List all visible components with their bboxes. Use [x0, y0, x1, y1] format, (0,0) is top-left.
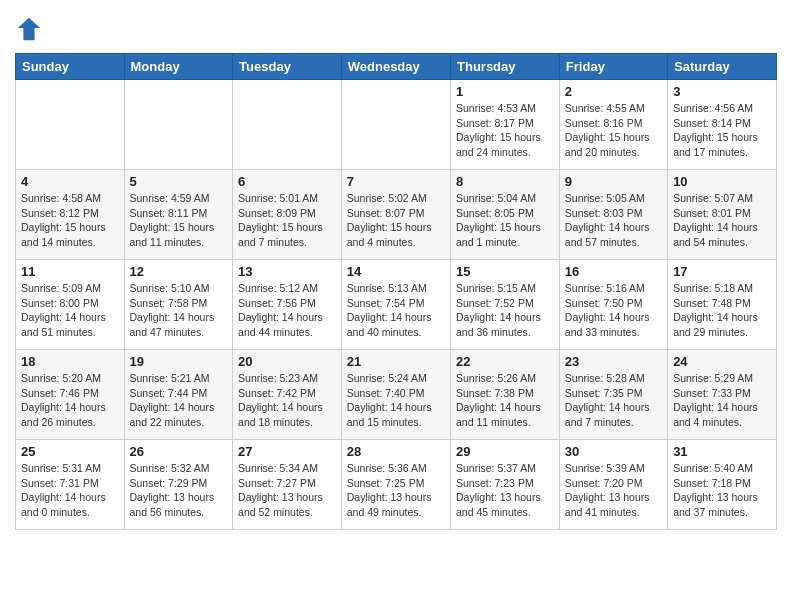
day-number: 19	[130, 354, 228, 369]
day-info: Sunrise: 5:05 AM Sunset: 8:03 PM Dayligh…	[565, 191, 662, 250]
calendar-cell: 30Sunrise: 5:39 AM Sunset: 7:20 PM Dayli…	[559, 440, 667, 530]
calendar-cell: 21Sunrise: 5:24 AM Sunset: 7:40 PM Dayli…	[341, 350, 450, 440]
day-number: 17	[673, 264, 771, 279]
header-tuesday: Tuesday	[233, 54, 342, 80]
calendar-cell: 24Sunrise: 5:29 AM Sunset: 7:33 PM Dayli…	[668, 350, 777, 440]
calendar-cell	[124, 80, 233, 170]
calendar-cell: 10Sunrise: 5:07 AM Sunset: 8:01 PM Dayli…	[668, 170, 777, 260]
day-info: Sunrise: 5:31 AM Sunset: 7:31 PM Dayligh…	[21, 461, 119, 520]
calendar: SundayMondayTuesdayWednesdayThursdayFrid…	[15, 53, 777, 530]
calendar-cell: 23Sunrise: 5:28 AM Sunset: 7:35 PM Dayli…	[559, 350, 667, 440]
day-number: 13	[238, 264, 336, 279]
day-number: 20	[238, 354, 336, 369]
day-number: 27	[238, 444, 336, 459]
day-number: 8	[456, 174, 554, 189]
day-info: Sunrise: 5:23 AM Sunset: 7:42 PM Dayligh…	[238, 371, 336, 430]
day-info: Sunrise: 5:21 AM Sunset: 7:44 PM Dayligh…	[130, 371, 228, 430]
day-number: 14	[347, 264, 445, 279]
day-number: 25	[21, 444, 119, 459]
day-info: Sunrise: 5:26 AM Sunset: 7:38 PM Dayligh…	[456, 371, 554, 430]
day-info: Sunrise: 4:56 AM Sunset: 8:14 PM Dayligh…	[673, 101, 771, 160]
day-number: 10	[673, 174, 771, 189]
week-row-4: 18Sunrise: 5:20 AM Sunset: 7:46 PM Dayli…	[16, 350, 777, 440]
calendar-cell: 11Sunrise: 5:09 AM Sunset: 8:00 PM Dayli…	[16, 260, 125, 350]
day-number: 1	[456, 84, 554, 99]
calendar-cell	[233, 80, 342, 170]
day-info: Sunrise: 5:37 AM Sunset: 7:23 PM Dayligh…	[456, 461, 554, 520]
day-number: 22	[456, 354, 554, 369]
day-info: Sunrise: 5:04 AM Sunset: 8:05 PM Dayligh…	[456, 191, 554, 250]
calendar-cell: 4Sunrise: 4:58 AM Sunset: 8:12 PM Daylig…	[16, 170, 125, 260]
day-info: Sunrise: 5:40 AM Sunset: 7:18 PM Dayligh…	[673, 461, 771, 520]
calendar-cell: 18Sunrise: 5:20 AM Sunset: 7:46 PM Dayli…	[16, 350, 125, 440]
week-row-2: 4Sunrise: 4:58 AM Sunset: 8:12 PM Daylig…	[16, 170, 777, 260]
day-number: 15	[456, 264, 554, 279]
day-info: Sunrise: 5:36 AM Sunset: 7:25 PM Dayligh…	[347, 461, 445, 520]
day-number: 21	[347, 354, 445, 369]
calendar-cell: 9Sunrise: 5:05 AM Sunset: 8:03 PM Daylig…	[559, 170, 667, 260]
calendar-header-row: SundayMondayTuesdayWednesdayThursdayFrid…	[16, 54, 777, 80]
day-info: Sunrise: 5:18 AM Sunset: 7:48 PM Dayligh…	[673, 281, 771, 340]
day-number: 23	[565, 354, 662, 369]
day-info: Sunrise: 5:39 AM Sunset: 7:20 PM Dayligh…	[565, 461, 662, 520]
calendar-cell: 15Sunrise: 5:15 AM Sunset: 7:52 PM Dayli…	[451, 260, 560, 350]
calendar-cell: 14Sunrise: 5:13 AM Sunset: 7:54 PM Dayli…	[341, 260, 450, 350]
header-thursday: Thursday	[451, 54, 560, 80]
calendar-cell: 16Sunrise: 5:16 AM Sunset: 7:50 PM Dayli…	[559, 260, 667, 350]
day-number: 26	[130, 444, 228, 459]
logo	[15, 15, 47, 43]
calendar-cell: 6Sunrise: 5:01 AM Sunset: 8:09 PM Daylig…	[233, 170, 342, 260]
calendar-cell	[16, 80, 125, 170]
day-number: 16	[565, 264, 662, 279]
day-info: Sunrise: 5:07 AM Sunset: 8:01 PM Dayligh…	[673, 191, 771, 250]
day-number: 5	[130, 174, 228, 189]
day-info: Sunrise: 4:59 AM Sunset: 8:11 PM Dayligh…	[130, 191, 228, 250]
calendar-cell: 26Sunrise: 5:32 AM Sunset: 7:29 PM Dayli…	[124, 440, 233, 530]
day-number: 29	[456, 444, 554, 459]
day-number: 18	[21, 354, 119, 369]
page-header	[15, 15, 777, 43]
calendar-cell: 22Sunrise: 5:26 AM Sunset: 7:38 PM Dayli…	[451, 350, 560, 440]
week-row-5: 25Sunrise: 5:31 AM Sunset: 7:31 PM Dayli…	[16, 440, 777, 530]
calendar-cell: 31Sunrise: 5:40 AM Sunset: 7:18 PM Dayli…	[668, 440, 777, 530]
day-number: 24	[673, 354, 771, 369]
day-info: Sunrise: 5:28 AM Sunset: 7:35 PM Dayligh…	[565, 371, 662, 430]
day-info: Sunrise: 5:16 AM Sunset: 7:50 PM Dayligh…	[565, 281, 662, 340]
day-info: Sunrise: 4:58 AM Sunset: 8:12 PM Dayligh…	[21, 191, 119, 250]
day-number: 9	[565, 174, 662, 189]
day-info: Sunrise: 4:55 AM Sunset: 8:16 PM Dayligh…	[565, 101, 662, 160]
day-info: Sunrise: 5:15 AM Sunset: 7:52 PM Dayligh…	[456, 281, 554, 340]
day-info: Sunrise: 5:13 AM Sunset: 7:54 PM Dayligh…	[347, 281, 445, 340]
day-number: 6	[238, 174, 336, 189]
calendar-cell: 7Sunrise: 5:02 AM Sunset: 8:07 PM Daylig…	[341, 170, 450, 260]
day-info: Sunrise: 5:24 AM Sunset: 7:40 PM Dayligh…	[347, 371, 445, 430]
calendar-cell: 19Sunrise: 5:21 AM Sunset: 7:44 PM Dayli…	[124, 350, 233, 440]
header-monday: Monday	[124, 54, 233, 80]
day-number: 30	[565, 444, 662, 459]
day-number: 28	[347, 444, 445, 459]
calendar-cell: 25Sunrise: 5:31 AM Sunset: 7:31 PM Dayli…	[16, 440, 125, 530]
day-info: Sunrise: 5:29 AM Sunset: 7:33 PM Dayligh…	[673, 371, 771, 430]
calendar-cell: 2Sunrise: 4:55 AM Sunset: 8:16 PM Daylig…	[559, 80, 667, 170]
day-info: Sunrise: 4:53 AM Sunset: 8:17 PM Dayligh…	[456, 101, 554, 160]
day-info: Sunrise: 5:01 AM Sunset: 8:09 PM Dayligh…	[238, 191, 336, 250]
day-number: 12	[130, 264, 228, 279]
day-info: Sunrise: 5:34 AM Sunset: 7:27 PM Dayligh…	[238, 461, 336, 520]
day-info: Sunrise: 5:20 AM Sunset: 7:46 PM Dayligh…	[21, 371, 119, 430]
calendar-cell	[341, 80, 450, 170]
day-number: 7	[347, 174, 445, 189]
day-number: 2	[565, 84, 662, 99]
day-number: 4	[21, 174, 119, 189]
calendar-cell: 27Sunrise: 5:34 AM Sunset: 7:27 PM Dayli…	[233, 440, 342, 530]
header-friday: Friday	[559, 54, 667, 80]
calendar-cell: 28Sunrise: 5:36 AM Sunset: 7:25 PM Dayli…	[341, 440, 450, 530]
header-sunday: Sunday	[16, 54, 125, 80]
calendar-cell: 12Sunrise: 5:10 AM Sunset: 7:58 PM Dayli…	[124, 260, 233, 350]
svg-marker-0	[18, 18, 40, 40]
day-number: 11	[21, 264, 119, 279]
calendar-cell: 13Sunrise: 5:12 AM Sunset: 7:56 PM Dayli…	[233, 260, 342, 350]
header-saturday: Saturday	[668, 54, 777, 80]
logo-icon	[15, 15, 43, 43]
day-number: 31	[673, 444, 771, 459]
calendar-cell: 29Sunrise: 5:37 AM Sunset: 7:23 PM Dayli…	[451, 440, 560, 530]
